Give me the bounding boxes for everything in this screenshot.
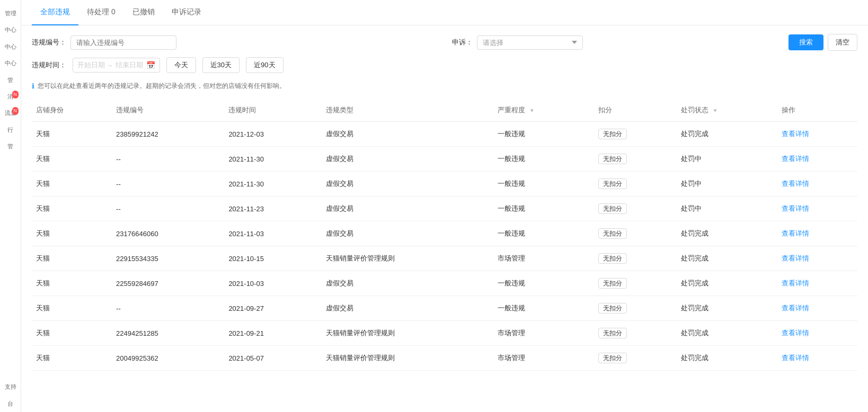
cell-status-3: 处罚中 [677, 196, 777, 221]
cell-code-1: -- [112, 147, 224, 172]
sidebar-item-center1[interactable]: 中心 [0, 22, 21, 38]
cell-type-7: 虚假交易 [322, 296, 493, 321]
view-detail-link-5[interactable]: 查看详情 [782, 254, 809, 262]
view-detail-link-9[interactable]: 查看详情 [782, 354, 809, 362]
view-detail-link-7[interactable]: 查看详情 [782, 304, 809, 312]
cell-shop-2: 天猫 [32, 172, 112, 196]
violation-code-group: 违规编号： [32, 35, 176, 50]
tab-appeal-records[interactable]: 申诉记录 [163, 0, 210, 25]
tab-all-violations[interactable]: 全部违规 [32, 0, 78, 25]
filter-buttons: 搜索 清空 [789, 34, 857, 51]
sidebar-item-manage[interactable]: 管理 [0, 5, 21, 22]
view-detail-link-3[interactable]: 查看详情 [782, 204, 809, 212]
cell-type-2: 虚假交易 [322, 172, 493, 196]
view-detail-link-1[interactable]: 查看详情 [782, 155, 809, 163]
cell-shop-4: 天猫 [32, 221, 112, 246]
table-row: 天猫 23176646060 2021-11-03 虚假交易 一般违规 无扣分 … [32, 221, 857, 246]
date-separator: ~ [108, 61, 112, 69]
cell-shop-1: 天猫 [32, 147, 112, 172]
cell-action-3[interactable]: 查看详情 [777, 196, 857, 221]
sidebar-item-g2[interactable]: 管 [0, 138, 21, 155]
violation-code-input[interactable] [70, 35, 176, 50]
cell-code-0: 23859921242 [112, 122, 224, 147]
today-button[interactable]: 今天 [166, 57, 196, 73]
cell-time-0: 2021-12-03 [224, 122, 321, 147]
cell-time-7: 2021-09-27 [224, 296, 321, 321]
cell-shop-6: 天猫 [32, 271, 112, 296]
search-button[interactable]: 搜索 [789, 34, 823, 50]
cell-deduct-8: 无扣分 [594, 321, 677, 346]
cell-action-2[interactable]: 查看详情 [777, 172, 857, 196]
view-detail-link-4[interactable]: 查看详情 [782, 229, 809, 237]
severity-sort-icon[interactable]: ▼ [529, 108, 535, 113]
cell-shop-5: 天猫 [32, 246, 112, 271]
start-date[interactable]: 开始日期 [77, 60, 105, 70]
table-row: 天猫 -- 2021-11-23 虚假交易 一般违规 无扣分 处罚中 查看详情 [32, 196, 857, 221]
last90-button[interactable]: 近90天 [246, 57, 283, 73]
cell-action-0[interactable]: 查看详情 [777, 122, 857, 147]
cell-action-4[interactable]: 查看详情 [777, 221, 857, 246]
sidebar-item-tai[interactable]: 台 [0, 396, 21, 412]
sidebar: 管理 中心 中心 中心 管 消 流量 行 管 支持 台 [0, 0, 21, 412]
sidebar-item-xiao[interactable]: 消 [0, 88, 21, 105]
view-detail-link-8[interactable]: 查看详情 [782, 329, 809, 337]
cell-type-9: 天猫销量评价管理规则 [322, 346, 493, 371]
cell-action-5[interactable]: 查看详情 [777, 246, 857, 271]
cell-status-2: 处罚中 [677, 172, 777, 196]
cell-severity-3: 一般违规 [493, 196, 594, 221]
deduct-badge-2: 无扣分 [598, 178, 627, 189]
cell-status-0: 处罚完成 [677, 122, 777, 147]
view-detail-link-6[interactable]: 查看详情 [782, 279, 809, 287]
last30-button[interactable]: 近30天 [202, 57, 240, 73]
deduct-badge-4: 无扣分 [598, 228, 627, 239]
sidebar-item-xing[interactable]: 行 [0, 122, 21, 138]
cell-time-4: 2021-11-03 [224, 221, 321, 246]
cell-action-6[interactable]: 查看详情 [777, 271, 857, 296]
sidebar-item-support[interactable]: 支持 [0, 379, 21, 395]
cell-time-2: 2021-11-30 [224, 172, 321, 196]
cell-code-2: -- [112, 172, 224, 196]
cell-action-1[interactable]: 查看详情 [777, 147, 857, 172]
date-range-picker[interactable]: 开始日期 ~ 结束日期 📅 [73, 58, 160, 73]
reset-button[interactable]: 清空 [828, 34, 857, 51]
view-detail-link-0[interactable]: 查看详情 [782, 130, 809, 138]
cell-deduct-1: 无扣分 [594, 147, 677, 172]
info-text: 您可以在此处查看近两年的违规记录。超期的记录会消失，但对您的店铺没有任何影响。 [38, 82, 286, 91]
cell-action-8[interactable]: 查看详情 [777, 321, 857, 346]
cell-status-4: 处罚完成 [677, 221, 777, 246]
status-sort-icon[interactable]: ▼ [712, 108, 718, 113]
cell-code-4: 23176646060 [112, 221, 224, 246]
col-time: 违规时间 [224, 99, 321, 122]
cell-type-1: 虚假交易 [322, 147, 493, 172]
cell-action-9[interactable]: 查看详情 [777, 346, 857, 371]
end-date[interactable]: 结束日期 [116, 60, 143, 70]
cell-action-7[interactable]: 查看详情 [777, 296, 857, 321]
sidebar-item-g[interactable]: 管 [0, 72, 21, 88]
appeal-label: 申诉： [452, 38, 473, 47]
sidebar-item-center2[interactable]: 中心 [0, 39, 21, 55]
violations-table: 店铺身份 违规编号 违规时间 违规类型 严重程度 ▼ 扣分 处罚状态 ▼ 操作 [32, 99, 857, 371]
cell-severity-1: 一般违规 [493, 147, 594, 172]
tab-cancelled[interactable]: 已撤销 [124, 0, 163, 25]
cell-deduct-7: 无扣分 [594, 296, 677, 321]
appeal-select[interactable]: 请选择 [477, 35, 583, 50]
table-wrapper: 店铺身份 违规编号 违规时间 违规类型 严重程度 ▼ 扣分 处罚状态 ▼ 操作 [21, 99, 868, 371]
table-row: 天猫 20049925362 2021-05-07 天猫销量评价管理规则 市场管… [32, 346, 857, 371]
cell-code-3: -- [112, 196, 224, 221]
sidebar-item-flow[interactable]: 流量 [0, 105, 21, 121]
cell-severity-7: 一般违规 [493, 296, 594, 321]
table-row: 天猫 22494251285 2021-09-21 天猫销量评价管理规则 市场管… [32, 321, 857, 346]
cell-severity-5: 市场管理 [493, 246, 594, 271]
cell-severity-0: 一般违规 [493, 122, 594, 147]
cell-shop-3: 天猫 [32, 196, 112, 221]
col-status: 处罚状态 ▼ [677, 99, 777, 122]
view-detail-link-2[interactable]: 查看详情 [782, 180, 809, 187]
deduct-badge-0: 无扣分 [598, 129, 627, 139]
cell-shop-8: 天猫 [32, 321, 112, 346]
cell-time-5: 2021-10-15 [224, 246, 321, 271]
col-type: 违规类型 [322, 99, 493, 122]
table-row: 天猫 -- 2021-11-30 虚假交易 一般违规 无扣分 处罚中 查看详情 [32, 172, 857, 196]
cell-time-6: 2021-10-03 [224, 271, 321, 296]
tab-pending[interactable]: 待处理 0 [78, 0, 124, 25]
sidebar-item-center3[interactable]: 中心 [0, 55, 21, 71]
